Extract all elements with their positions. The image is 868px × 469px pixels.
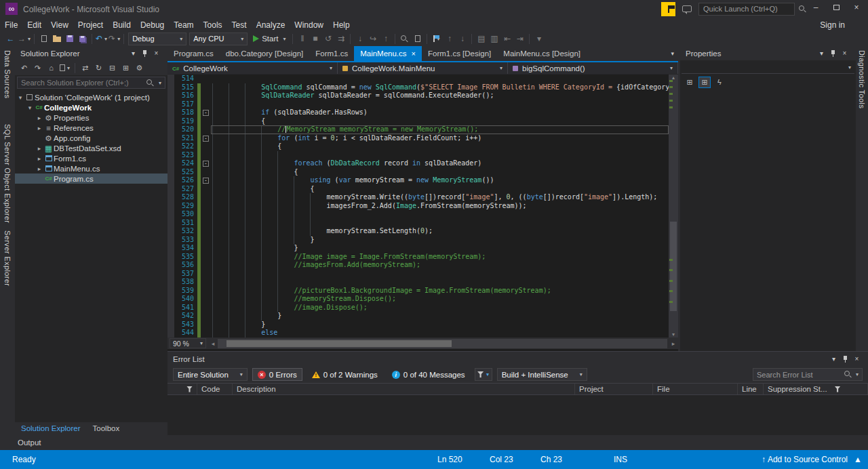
code-line-529[interactable]: 529imagesFrom_2.Add(Image.FromStream(mem… [167, 202, 669, 211]
column-header-file[interactable]: File [653, 384, 738, 394]
code-line-533[interactable]: 533} [167, 236, 669, 245]
chevron-collapsed-icon[interactable]: ▸ [35, 125, 43, 131]
close-button[interactable]: × [846, 0, 867, 15]
pin-icon[interactable] [840, 352, 851, 366]
breakpoint-margin[interactable] [167, 83, 174, 92]
code-line-544[interactable]: 544else [167, 329, 669, 338]
breakpoint-margin[interactable] [167, 236, 174, 245]
side-tab-diagnostic-tools[interactable]: Diagnostic Tools [858, 50, 866, 108]
code-line-537[interactable]: 537 [167, 270, 669, 279]
code-line-521[interactable]: 521-for (int i = 0; i < sqlDataReader.Fi… [167, 134, 669, 143]
breakpoint-margin[interactable] [167, 329, 174, 338]
close-icon[interactable]: × [839, 46, 850, 60]
maximize-button[interactable] [826, 0, 846, 15]
home-button[interactable]: ⌂ [45, 62, 58, 74]
step-into-button[interactable]: ↓ [353, 32, 366, 45]
breakpoint-margin[interactable] [167, 261, 174, 270]
previous-bookmark-button[interactable]: ↑ [443, 32, 456, 45]
show-all-files-button[interactable]: ⊞ [119, 62, 132, 74]
menu-team[interactable]: Team [169, 19, 198, 31]
chevron-expanded-icon[interactable]: ▾ [26, 104, 34, 111]
document-tab-form1-cs[interactable]: Form1.cs [309, 46, 354, 61]
preview-changes-button[interactable] [411, 32, 424, 45]
error-scope-select[interactable]: Entire Solution ▾ [173, 368, 248, 381]
navigate-forward-button[interactable]: →▾ [17, 32, 31, 45]
breakpoint-margin[interactable] [167, 176, 174, 185]
code-line-524[interactable]: 524-foreach (DbDataRecord record in sqlD… [167, 159, 669, 168]
breakpoint-margin[interactable] [167, 278, 174, 287]
breakpoint-margin[interactable] [167, 244, 174, 253]
collapse-box-icon[interactable]: - [203, 178, 209, 184]
code-line-520[interactable]: 520//MemoryStream memoryStream = new Mem… [167, 125, 669, 134]
chevron-collapsed-icon[interactable]: ▸ [35, 155, 43, 162]
output-tab[interactable]: Output [18, 435, 41, 450]
breakpoint-margin[interactable] [167, 304, 174, 312]
breakpoint-margin[interactable] [167, 210, 174, 219]
document-tab-program-cs[interactable]: Program.cs [167, 46, 220, 61]
breakpoint-margin[interactable] [167, 142, 174, 151]
scroll-right-icon[interactable]: ▸ [669, 340, 678, 347]
uncomment-selection-button[interactable]: ▥ [488, 32, 500, 45]
code-line-535[interactable]: 535//Image image = Image.FromStream(memo… [167, 253, 669, 262]
warnings-filter-button[interactable]: 0 of 2 Warnings [307, 368, 382, 381]
categorized-button[interactable]: ⊞ [684, 77, 696, 88]
breakpoint-margin[interactable] [167, 312, 174, 321]
code-line-541[interactable]: 541//image.Dispose(); [167, 304, 669, 312]
navigate-back-button[interactable]: ↶ [18, 62, 31, 74]
menu-build[interactable]: Build [108, 19, 136, 31]
document-tab-mainmenu-cs-design[interactable]: MainMenu.cs [Design] [497, 46, 587, 61]
code-line-531[interactable]: 531 [167, 219, 669, 228]
breakpoint-margin[interactable] [167, 219, 174, 228]
column-header-description[interactable]: Description [233, 384, 575, 394]
provider-select[interactable]: Build + IntelliSense ▾ [497, 368, 587, 381]
tool-tab-solution-explorer[interactable]: Solution Explorer [15, 422, 87, 435]
error-list-search-input[interactable]: Search Error List ▾ [753, 368, 863, 381]
solution-explorer-search-input[interactable]: Search Solution Explorer (Ctrl+;) ▾ [17, 77, 165, 89]
code-line-540[interactable]: 540//memoryStream.Dispose(); [167, 295, 669, 304]
breakpoint-margin[interactable] [167, 134, 174, 143]
menu-window[interactable]: Window [290, 19, 328, 31]
document-tab-form1-cs-design[interactable]: Form1.cs [Design] [422, 46, 497, 61]
column-header-suppression-st[interactable]: Suppression St... [764, 384, 868, 394]
search-icon[interactable] [146, 79, 154, 87]
tree-item-collegework[interactable]: ▾C#CollegeWork [15, 102, 167, 113]
breakpoint-margin[interactable] [167, 321, 174, 329]
find-in-files-button[interactable] [398, 32, 411, 45]
collapse-all-button[interactable]: ⊟ [106, 62, 119, 74]
errors-filter-button[interactable]: × 0 Errors [252, 368, 302, 381]
code-line-534[interactable]: 534} [167, 244, 669, 253]
menu-debug[interactable]: Debug [136, 19, 169, 31]
notifications-flag-icon[interactable] [661, 2, 675, 16]
code-area[interactable]: 514515SqlCommand sqlCommand = new SqlCom… [167, 75, 669, 338]
chevron-expanded-icon[interactable]: ▾ [16, 94, 24, 101]
comment-selection-button[interactable]: ▤ [475, 32, 488, 45]
code-line-539[interactable]: 539//pictureBox1.BackgroundImage = Image… [167, 287, 669, 295]
code-line-542[interactable]: 542} [167, 312, 669, 321]
code-line-532[interactable]: 532memoryStream.SetLength(0); [167, 227, 669, 236]
breakpoint-margin[interactable] [167, 227, 174, 236]
show-next-statement-button[interactable]: ⇉ [334, 32, 347, 45]
navigate-forward-button[interactable]: ↷ [31, 62, 44, 74]
code-line-515[interactable]: 515SqlCommand sqlCommand = new SqlComman… [167, 83, 669, 92]
switch-views-button[interactable]: ▾ [58, 62, 71, 74]
add-to-source-control-button[interactable]: ↑Add to Source Control [762, 450, 848, 469]
menu-edit[interactable]: Edit [22, 19, 46, 31]
window-position-icon[interactable]: ▾ [828, 352, 840, 366]
menu-tools[interactable]: Tools [199, 19, 227, 31]
refresh-button[interactable]: ↻ [92, 62, 105, 74]
toggle-bookmark-button[interactable]: ▾ [430, 32, 443, 45]
step-out-button[interactable]: ↑ [379, 32, 392, 45]
scrollbar-thumb[interactable] [226, 340, 452, 347]
start-debugging-button[interactable]: Start▾ [249, 32, 290, 45]
breakpoint-margin[interactable] [167, 117, 174, 126]
code-line-514[interactable]: 514 [167, 75, 669, 83]
breakpoint-margin[interactable] [167, 253, 174, 262]
feedback-icon[interactable] [682, 5, 692, 12]
step-over-button[interactable]: ↪ [366, 32, 379, 45]
column-filter-icon[interactable] [167, 384, 197, 394]
object-select[interactable]: ▾ [682, 61, 854, 74]
code-line-522[interactable]: 522{ [167, 142, 669, 151]
code-line-538[interactable]: 538 [167, 278, 669, 287]
breakpoint-margin[interactable] [167, 185, 174, 194]
solution-platforms-combo[interactable]: Any CPU▾ [189, 33, 248, 45]
